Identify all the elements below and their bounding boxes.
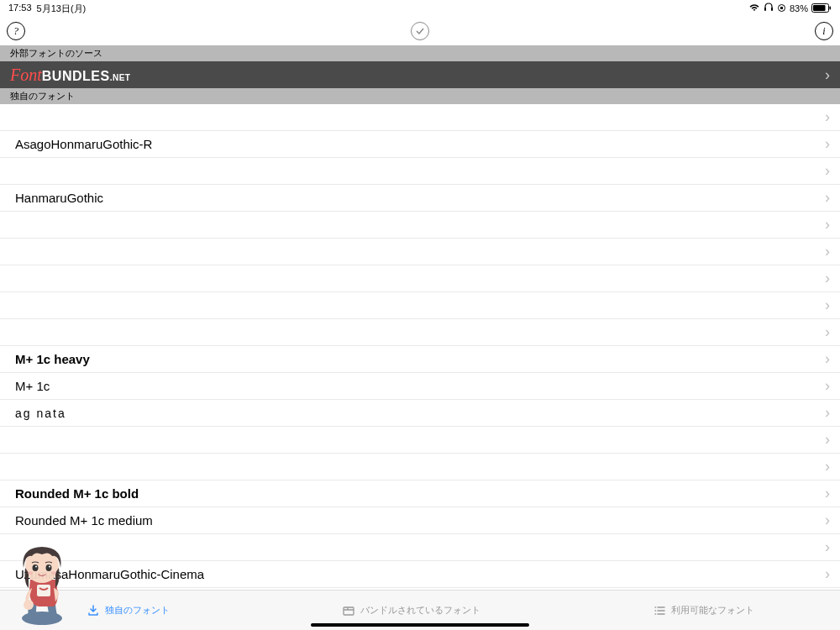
download-icon [87, 604, 100, 617]
font-name: M+ 1c [15, 379, 825, 393]
svg-point-17 [51, 571, 56, 575]
chevron-right-icon: › [825, 431, 830, 449]
svg-rect-7 [344, 607, 354, 615]
status-date: 5月13日(月) [37, 3, 87, 15]
headphone-icon [764, 3, 774, 14]
package-icon [342, 604, 355, 617]
chevron-right-icon: › [825, 404, 830, 422]
tab-available-fonts[interactable]: 利用可能なフォント [653, 604, 754, 617]
section-header-external: 外部フォントのソース [0, 45, 840, 61]
tab-label: 独自のフォント [105, 604, 170, 617]
tab-label: 利用可能なフォント [671, 604, 754, 617]
font-row[interactable]: › [0, 212, 840, 239]
home-indicator[interactable] [311, 623, 529, 627]
character-avatar[interactable] [12, 543, 72, 627]
font-row[interactable]: › [0, 104, 840, 131]
section-header-own: 独自のフォント [0, 88, 840, 104]
svg-rect-1 [771, 8, 773, 11]
chevron-right-icon: › [825, 485, 830, 502]
font-row[interactable]: › [0, 534, 840, 561]
battery-pct: 83% [790, 3, 808, 13]
font-row[interactable]: ag nata› [0, 400, 840, 427]
svg-point-13 [46, 564, 52, 571]
font-row[interactable]: Rounded M+ 1c bold› [0, 480, 840, 507]
app-toolbar: ? i [0, 17, 840, 45]
chevron-right-icon: › [825, 216, 830, 234]
svg-rect-0 [764, 8, 766, 11]
chevron-right-icon: › [825, 66, 830, 84]
chevron-right-icon: › [825, 377, 830, 395]
font-name: UzumasaHonmaruGothic-Cinema [15, 567, 825, 581]
font-row[interactable]: › [0, 265, 840, 292]
help-button[interactable]: ? [7, 22, 25, 40]
chevron-right-icon: › [825, 162, 830, 180]
svg-point-15 [49, 566, 50, 568]
chevron-right-icon: › [825, 135, 830, 153]
chevron-right-icon: › [825, 243, 830, 260]
font-name: HanmaruGothic [15, 191, 825, 205]
svg-point-10 [24, 600, 34, 610]
status-time: 17:53 [8, 3, 32, 15]
svg-point-16 [28, 571, 33, 575]
rotation-lock-icon [777, 3, 786, 14]
list-icon [653, 604, 666, 617]
chevron-right-icon: › [825, 458, 830, 475]
chevron-right-icon: › [825, 512, 830, 529]
approve-button[interactable] [411, 22, 429, 40]
chevron-right-icon: › [825, 189, 830, 207]
font-row[interactable]: M+ 1c heavy› [0, 346, 840, 373]
font-row[interactable]: M+ 1c› [0, 373, 840, 400]
tab-label: バンドルされているフォント [360, 604, 480, 617]
chevron-right-icon: › [825, 297, 830, 314]
font-row[interactable]: UzumasaHonmaruGothic-Cinema› [0, 561, 840, 588]
chevron-right-icon: › [825, 538, 830, 556]
font-row[interactable]: › [0, 427, 840, 454]
svg-rect-5 [813, 5, 826, 11]
font-row[interactable]: › [0, 158, 840, 185]
font-list: ›AsagoHonmaruGothic-R››HanmaruGothic››››… [0, 104, 840, 596]
font-name: Rounded M+ 1c bold [15, 486, 825, 501]
wifi-icon [748, 3, 760, 13]
chevron-right-icon: › [825, 323, 830, 341]
svg-rect-6 [830, 6, 832, 9]
font-row[interactable]: › [0, 239, 840, 265]
battery-icon [811, 3, 832, 14]
font-row[interactable]: › [0, 454, 840, 480]
tab-bundled-fonts[interactable]: バンドルされているフォント [342, 604, 480, 617]
info-button[interactable]: i [815, 22, 833, 40]
font-name: Rounded M+ 1c medium [15, 513, 825, 528]
chevron-right-icon: › [825, 108, 830, 126]
font-row[interactable]: › [0, 319, 840, 346]
font-row[interactable]: AsagoHonmaruGothic-R› [0, 131, 840, 158]
font-row[interactable]: › [0, 292, 840, 319]
chevron-right-icon: › [825, 270, 830, 287]
font-name: ag nata [15, 407, 825, 420]
status-bar: 17:53 5月13日(月) 83% [0, 0, 840, 17]
font-row[interactable]: Rounded M+ 1c medium› [0, 507, 840, 534]
fontbundles-logo: FontBUNDLES.NET [10, 66, 130, 85]
chevron-right-icon: › [825, 565, 830, 583]
tab-own-fonts[interactable]: 独自のフォント [87, 604, 170, 617]
chevron-right-icon: › [825, 350, 830, 368]
font-name: AsagoHonmaruGothic-R [15, 137, 825, 151]
svg-point-12 [33, 564, 39, 571]
svg-rect-3 [780, 7, 783, 9]
fontbundles-banner[interactable]: FontBUNDLES.NET › [0, 61, 840, 88]
font-row[interactable]: HanmaruGothic› [0, 185, 840, 212]
font-name: M+ 1c heavy [15, 352, 825, 366]
svg-point-14 [35, 566, 37, 568]
